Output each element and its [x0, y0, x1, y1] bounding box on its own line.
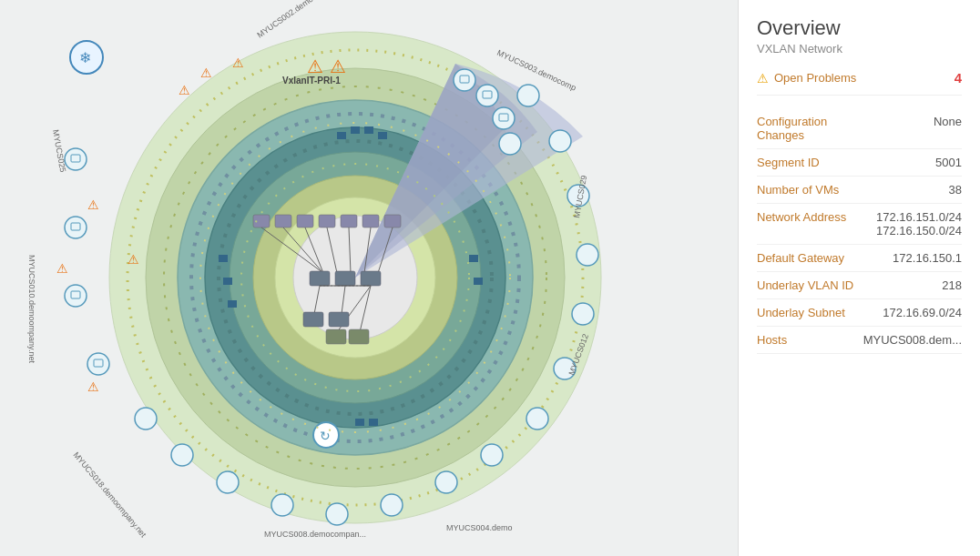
svg-point-63 — [87, 353, 109, 375]
svg-rect-15 — [297, 215, 313, 227]
network-diagram: ⚠ ⚠ ⚠ ⚠ ⚠ ⚠ ⚠ ⚠ ⚠ — [0, 0, 738, 556]
svg-rect-18 — [362, 215, 379, 227]
svg-rect-16 — [319, 215, 335, 227]
svg-point-75 — [572, 303, 594, 325]
info-value: None — [863, 108, 962, 149]
info-row: Configuration ChangesNone — [757, 108, 962, 149]
svg-point-67 — [217, 471, 239, 493]
svg-rect-81 — [364, 126, 373, 134]
svg-point-57 — [65, 148, 87, 170]
svg-rect-40 — [349, 329, 369, 344]
svg-rect-80 — [351, 126, 360, 134]
problems-count: 4 — [954, 70, 962, 86]
info-value: 5001 — [863, 149, 962, 177]
overview-panel: Overview VXLAN Network ⚠ Open Problems 4… — [738, 0, 980, 556]
svg-text:❄: ❄ — [79, 50, 91, 66]
svg-text:⚠: ⚠ — [179, 83, 190, 97]
svg-text:⚠: ⚠ — [200, 66, 212, 80]
svg-point-72 — [481, 444, 503, 466]
info-row: Underlay Subnet172.16.69.0/24 — [757, 299, 962, 327]
svg-rect-89 — [355, 419, 364, 426]
info-label: Underlay VLAN ID — [757, 272, 863, 299]
svg-point-45 — [493, 107, 515, 129]
svg-rect-83 — [337, 132, 346, 139]
info-value: 172.16.151.0/24172.16.150.0/24 — [863, 204, 962, 245]
svg-text:⚠: ⚠ — [330, 56, 346, 76]
problems-label: Open Problems — [774, 71, 954, 85]
info-value: 172.16.69.0/24 — [863, 299, 962, 327]
info-value: MYUCS008.dem... — [863, 327, 962, 354]
info-row: HostsMYUCS008.dem... — [757, 327, 962, 354]
svg-rect-37 — [303, 312, 323, 327]
svg-rect-28 — [335, 271, 355, 286]
svg-text:VxlanIT-PRI-1: VxlanIT-PRI-1 — [282, 76, 341, 86]
info-value: 172.16.150.1 — [863, 245, 962, 272]
info-label: Network Address — [757, 204, 863, 245]
overview-title: Overview — [757, 16, 962, 40]
svg-point-59 — [65, 217, 87, 238]
info-label: Segment ID — [757, 149, 863, 177]
svg-rect-14 — [275, 215, 291, 227]
svg-point-66 — [171, 444, 193, 466]
problems-row[interactable]: ⚠ Open Problems 4 — [757, 70, 962, 96]
svg-text:⚠: ⚠ — [87, 379, 99, 394]
info-row: Underlay VLAN ID218 — [757, 272, 962, 299]
svg-point-65 — [135, 408, 157, 430]
svg-point-71 — [435, 471, 457, 493]
svg-rect-17 — [341, 215, 357, 227]
svg-rect-82 — [378, 132, 387, 139]
svg-rect-27 — [310, 271, 330, 286]
svg-rect-87 — [469, 255, 478, 262]
svg-point-76 — [577, 244, 598, 266]
svg-rect-38 — [329, 312, 349, 327]
svg-point-61 — [65, 285, 87, 307]
svg-point-70 — [381, 494, 403, 516]
info-value: 38 — [863, 177, 962, 204]
svg-point-43 — [476, 85, 498, 106]
svg-text:MYUCS010.demoompany.net: MYUCS010.demoompany.net — [27, 255, 36, 363]
svg-point-73 — [526, 408, 548, 430]
svg-text:⚠: ⚠ — [232, 56, 244, 70]
svg-text:MYUCS008.democompan...: MYUCS008.democompan... — [264, 530, 366, 539]
svg-rect-19 — [384, 215, 401, 227]
info-row: Network Address172.16.151.0/24172.16.150… — [757, 204, 962, 245]
info-row: Number of VMs38 — [757, 177, 962, 204]
info-label: Configuration Changes — [757, 108, 863, 149]
svg-text:⚠: ⚠ — [87, 197, 99, 212]
svg-rect-85 — [223, 278, 232, 285]
svg-point-68 — [271, 494, 293, 516]
svg-point-79 — [517, 85, 539, 106]
info-label: Hosts — [757, 327, 863, 354]
svg-point-41 — [454, 69, 475, 91]
info-table: Configuration ChangesNoneSegment ID5001N… — [757, 108, 962, 354]
svg-rect-90 — [369, 419, 378, 426]
svg-text:⚠: ⚠ — [56, 261, 68, 276]
info-row: Default Gateway172.16.150.1 — [757, 245, 962, 272]
overview-subtitle: VXLAN Network — [757, 42, 962, 56]
info-label: Number of VMs — [757, 177, 863, 204]
svg-rect-88 — [474, 278, 483, 285]
svg-rect-84 — [219, 255, 228, 262]
svg-point-69 — [326, 503, 348, 525]
svg-text:⚠: ⚠ — [307, 56, 323, 76]
info-label: Default Gateway — [757, 245, 863, 272]
svg-text:MYUCS004.demo: MYUCS004.demo — [446, 523, 513, 532]
warning-icon: ⚠ — [757, 71, 769, 86]
svg-point-47 — [499, 133, 521, 155]
svg-point-78 — [549, 130, 571, 152]
info-label: Underlay Subnet — [757, 299, 863, 327]
svg-rect-29 — [361, 271, 381, 286]
info-value: 218 — [863, 272, 962, 299]
info-row: Segment ID5001 — [757, 149, 962, 177]
svg-rect-39 — [326, 329, 346, 344]
svg-rect-86 — [228, 300, 237, 308]
svg-text:⚠: ⚠ — [128, 252, 139, 267]
